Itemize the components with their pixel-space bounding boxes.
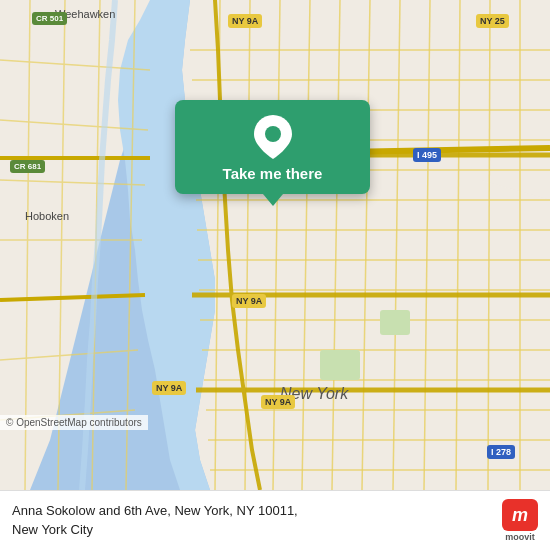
address-line2: New York City (12, 522, 93, 537)
highway-badge-ny25: NY 25 (476, 14, 509, 28)
address-text: Anna Sokolow and 6th Ave, New York, NY 1… (12, 502, 492, 538)
highway-badge-cr501: CR 501 (32, 12, 67, 25)
highway-badge-ny9a-mid: NY 9A (232, 294, 266, 308)
copyright-bar: © OpenStreetMap contributors (0, 415, 148, 430)
moovit-icon: m (502, 499, 538, 531)
highway-badge-cr681: CR 681 (10, 160, 45, 173)
bottom-bar: Anna Sokolow and 6th Ave, New York, NY 1… (0, 490, 550, 550)
svg-rect-48 (320, 350, 360, 380)
map-container: Weehawken Hoboken New York CR 501 NY 9A … (0, 0, 550, 490)
popup-label[interactable]: Take me there (223, 165, 323, 182)
highway-badge-ny9a-top: NY 9A (228, 14, 262, 28)
pin-icon-wrapper (254, 115, 292, 159)
address-line1: Anna Sokolow and 6th Ave, New York, NY 1… (12, 503, 298, 518)
highway-badge-ny9a-bot1: NY 9A (152, 381, 186, 395)
highway-badge-i495: I 495 (413, 148, 441, 162)
popup-card[interactable]: Take me there (175, 100, 370, 194)
svg-rect-49 (380, 310, 410, 335)
hoboken-label: Hoboken (25, 210, 69, 222)
highway-badge-i278: I 278 (487, 445, 515, 459)
moovit-text: moovit (505, 532, 535, 542)
svg-point-50 (265, 126, 281, 142)
location-pin-icon (254, 115, 292, 159)
highway-badge-ny9a-bot2: NY 9A (261, 395, 295, 409)
moovit-logo: m moovit (502, 499, 538, 542)
